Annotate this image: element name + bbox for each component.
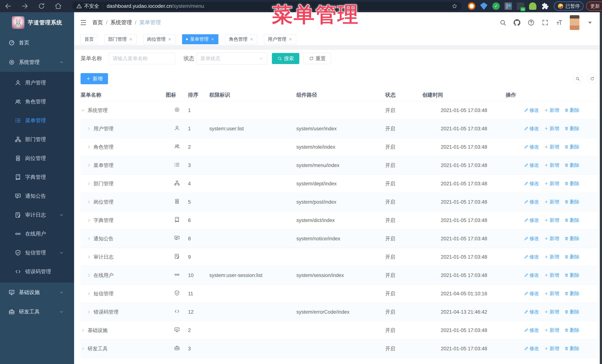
delete-action[interactable]: 删除 [564, 125, 580, 132]
add-action[interactable]: 新增 [544, 254, 559, 260]
edit-action[interactable]: 修改 [524, 345, 539, 352]
delete-action[interactable]: 删除 [564, 180, 580, 187]
sidebar-item[interactable]: 字典管理 [0, 168, 74, 187]
ext-green-check-icon[interactable]: ✓ [492, 2, 500, 10]
sidebar-item[interactable]: 错误码管理 [0, 262, 74, 281]
update-button[interactable]: 更新 [586, 1, 602, 11]
chevright-icon[interactable] [86, 126, 91, 131]
refresh-table-button[interactable] [587, 74, 597, 83]
ext-columns-icon[interactable] [505, 2, 512, 10]
ext-puzzle-icon[interactable] [541, 2, 549, 10]
delete-action[interactable]: 删除 [564, 327, 580, 333]
chevright-icon[interactable] [86, 181, 91, 186]
chevright-icon[interactable] [86, 163, 91, 168]
tab-item[interactable]: 岗位管理 [143, 34, 175, 44]
ext-blue-gem-icon[interactable] [480, 2, 487, 10]
chevright-icon[interactable] [86, 273, 91, 278]
bookmark-star-icon[interactable] [452, 3, 458, 9]
chevdown-icon[interactable] [81, 108, 86, 113]
add-action[interactable]: 新增 [544, 199, 559, 205]
delete-action[interactable]: 删除 [564, 162, 580, 168]
chevright-icon[interactable] [81, 328, 86, 333]
ext-green-bot-icon[interactable] [529, 2, 537, 10]
sidebar-item[interactable]: 通知公告 [0, 187, 74, 206]
edit-action[interactable]: 修改 [524, 144, 539, 150]
sidebar-item[interactable]: 研发工具 [0, 302, 74, 322]
address-bar[interactable]: 不安全 dashboard.yudao.iocoder.cn /system/m… [72, 2, 462, 10]
edit-action[interactable]: 修改 [524, 309, 539, 315]
delete-action[interactable]: 删除 [564, 107, 580, 114]
chevright-icon[interactable] [86, 310, 91, 314]
sidebar-item[interactable]: 角色管理 [0, 92, 74, 111]
chevright-icon[interactable] [86, 255, 91, 260]
chevright-icon[interactable] [86, 236, 91, 241]
chevright-icon[interactable] [86, 218, 91, 223]
add-action[interactable]: 新增 [544, 309, 559, 315]
sidebar-item[interactable]: 审计日志 [0, 206, 74, 224]
reload-icon[interactable] [38, 2, 45, 10]
paused-badge[interactable]: 🤪 已暂停 [554, 1, 583, 11]
delete-action[interactable]: 删除 [564, 345, 580, 352]
delete-action[interactable]: 删除 [564, 309, 580, 315]
forward-icon[interactable] [21, 2, 29, 10]
edit-action[interactable]: 修改 [524, 327, 539, 333]
close-icon[interactable] [168, 37, 172, 41]
delete-action[interactable]: 删除 [564, 272, 580, 279]
edit-action[interactable]: 修改 [524, 217, 539, 223]
sidebar-item[interactable]: 基础设施 [0, 282, 74, 302]
add-action[interactable]: 新增 [544, 107, 559, 114]
sidebar-collapse-icon[interactable] [80, 19, 87, 26]
reset-button[interactable]: 重置 [304, 53, 331, 64]
breadcrumb-item[interactable]: 系统管理 [110, 19, 132, 26]
delete-action[interactable]: 删除 [564, 217, 580, 223]
delete-action[interactable]: 删除 [564, 254, 580, 260]
tab-item[interactable]: 首页 [81, 34, 98, 44]
home-icon[interactable] [54, 2, 62, 10]
delete-action[interactable]: 删除 [564, 144, 580, 150]
edit-action[interactable]: 修改 [524, 290, 539, 297]
status-select[interactable]: 菜单状态 [196, 52, 267, 64]
font-size-icon[interactable] [556, 19, 563, 26]
back-icon[interactable] [4, 2, 12, 10]
sidebar-item[interactable]: 短信管理 [0, 243, 74, 262]
github-icon[interactable] [514, 19, 520, 26]
sidebar-item[interactable]: 系统管理 [0, 52, 74, 72]
breadcrumb-item[interactable]: 首页 [92, 19, 103, 26]
tab-item[interactable]: 用户管理 [264, 34, 296, 44]
chevright-icon[interactable] [86, 200, 91, 204]
delete-action[interactable]: 删除 [564, 199, 580, 205]
close-icon[interactable] [211, 37, 215, 41]
avatar-caret-icon[interactable] [586, 19, 593, 26]
edit-action[interactable]: 修改 [524, 235, 539, 242]
tab-item[interactable]: 部门管理 [104, 34, 137, 44]
add-action[interactable]: 新增 [544, 217, 559, 223]
add-action[interactable]: 新增 [544, 290, 559, 297]
add-action[interactable]: 新增 [544, 125, 559, 132]
edit-action[interactable]: 修改 [524, 254, 539, 260]
close-icon[interactable] [250, 37, 253, 41]
ext-orange-ring-icon[interactable] [468, 2, 475, 10]
menu-name-input[interactable] [109, 53, 175, 64]
tab-item[interactable]: 角色管理 [225, 34, 257, 44]
sidebar-item[interactable]: 用户管理 [0, 73, 74, 92]
edit-action[interactable]: 修改 [524, 125, 539, 132]
add-action[interactable]: 新增 [544, 272, 559, 279]
sidebar-logo[interactable]: 🐰 芋道管理系统 [0, 12, 74, 33]
fullscreen-icon[interactable] [542, 19, 549, 26]
help-icon[interactable] [527, 19, 535, 26]
add-action[interactable]: 新增 [544, 162, 559, 168]
edit-action[interactable]: 修改 [524, 180, 539, 187]
user-avatar[interactable] [570, 15, 580, 30]
sidebar-item[interactable]: 在线用户 [0, 224, 74, 243]
search-button[interactable]: 搜索 [272, 53, 299, 64]
add-action[interactable]: 新增 [544, 235, 559, 242]
page-scrollbar[interactable] [600, 12, 602, 364]
close-icon[interactable] [129, 37, 133, 41]
chevright-icon[interactable] [86, 145, 91, 149]
add-action[interactable]: 新增 [544, 345, 559, 352]
edit-action[interactable]: 修改 [524, 272, 539, 279]
sidebar-item[interactable]: 岗位管理 [0, 149, 74, 168]
sidebar-item[interactable]: 首页 [0, 33, 74, 52]
tab-active[interactable]: 菜单管理 [182, 34, 218, 44]
browser-menu-icon[interactable] [601, 4, 602, 9]
